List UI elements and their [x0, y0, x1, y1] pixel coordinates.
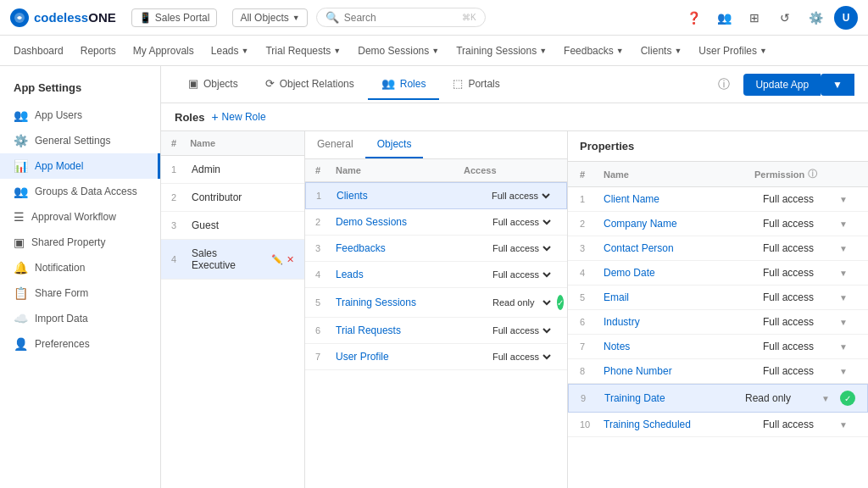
prop-phone-number[interactable]: 8 Phone Number Full access ▼: [568, 359, 868, 384]
tab-portals[interactable]: ⬚ Portals: [439, 69, 513, 100]
roles-area: Roles + New Role # Name 1 Admin: [161, 103, 868, 488]
role-admin[interactable]: 1 Admin: [161, 156, 304, 184]
obj-col-num: #: [315, 165, 336, 175]
update-app-button[interactable]: Update App: [743, 74, 821, 96]
role-num-2: 2: [171, 192, 183, 202]
nav-clients[interactable]: Clients ▼: [641, 45, 682, 57]
object-clients[interactable]: 1 Clients Full access Read only No acces…: [305, 182, 567, 209]
object-leads[interactable]: 4 Leads Full access Read only No access: [305, 262, 567, 288]
obj-name-feedbacks: Feedbacks: [336, 242, 489, 254]
properties-header: Properties: [568, 131, 868, 162]
settings-icon[interactable]: ⚙️: [804, 6, 827, 30]
objects-subtab-objects[interactable]: Objects: [365, 131, 424, 158]
avatar[interactable]: U: [834, 6, 858, 30]
prop-client-name[interactable]: 1 Client Name Full access ▼: [568, 187, 868, 212]
sidebar-item-general-settings[interactable]: ⚙️ General Settings: [0, 128, 160, 153]
grid-icon[interactable]: ⊞: [743, 6, 766, 30]
obj-access-select-training[interactable]: Full access Read only No access: [489, 297, 554, 308]
sidebar-item-app-users[interactable]: 👥 App Users: [0, 103, 160, 128]
prop-training-date[interactable]: 9 Training Date Read only ▼ ✓: [568, 384, 868, 413]
obj-access-select-clients[interactable]: Full access Read only No access: [488, 190, 553, 202]
prop-company-name[interactable]: 2 Company Name Full access ▼: [568, 212, 868, 236]
prop-name-client-name: Client Name: [604, 193, 763, 205]
help-icon-tabs[interactable]: ⓘ: [718, 77, 730, 92]
obj-access-select-feedbacks[interactable]: Full access Read only No access: [489, 242, 554, 254]
logo[interactable]: codelessONE: [10, 8, 116, 27]
tab-roles-label: Roles: [400, 78, 426, 90]
nav-trial-requests[interactable]: Trial Requests ▼: [265, 45, 341, 57]
obj-num-7: 7: [315, 352, 336, 362]
obj-access-select-demo[interactable]: Full access Read only No access: [489, 216, 554, 228]
role-name-admin: Admin: [192, 164, 294, 175]
object-training-sessions[interactable]: 5 Training Sessions Full access Read onl…: [305, 288, 567, 318]
new-role-label: New Role: [222, 111, 266, 123]
app-badge[interactable]: 📱 Sales Portal: [131, 8, 218, 27]
sidebar-item-shared-property[interactable]: ▣ Shared Property: [0, 230, 160, 255]
object-demo-sessions[interactable]: 2 Demo Sessions Full access Read only No…: [305, 209, 567, 236]
obj-num-2: 2: [315, 217, 336, 227]
sidebar-label-preferences: Preferences: [35, 338, 90, 350]
roles-list-panel: # Name 1 Admin 2 Contributor 3 Guest: [161, 131, 305, 488]
sidebar-label-app-users: App Users: [35, 109, 82, 121]
prop-demo-date[interactable]: 4 Demo Date Full access ▼: [568, 261, 868, 286]
tab-objects[interactable]: ▣ Objects: [175, 69, 252, 100]
sidebar-item-approval-workflow[interactable]: ☰ Approval Workflow: [0, 204, 160, 230]
portals-tab-icon: ⬚: [453, 77, 463, 90]
nav-user-profiles[interactable]: User Profiles ▼: [698, 45, 767, 57]
prop-notes[interactable]: 7 Notes Full access ▼: [568, 335, 868, 359]
nav-feedbacks[interactable]: Feedbacks ▼: [564, 45, 624, 57]
all-objects-label: All Objects: [240, 12, 288, 24]
obj-access-select-leads[interactable]: Full access Read only No access: [489, 269, 554, 280]
tab-roles[interactable]: 👥 Roles: [368, 69, 440, 100]
portal-name: Sales Portal: [155, 12, 210, 24]
help-icon[interactable]: ❓: [682, 6, 705, 30]
nav-dashboard[interactable]: Dashboard: [14, 45, 64, 57]
sidebar-item-preferences[interactable]: 👤 Preferences: [0, 331, 160, 357]
search-bar[interactable]: 🔍 ⌘K: [316, 8, 486, 27]
objects-subtab-general[interactable]: General: [305, 131, 365, 158]
nav-leads[interactable]: Leads ▼: [211, 45, 249, 57]
role-contributor[interactable]: 2 Contributor: [161, 184, 304, 212]
share-form-icon: 📋: [14, 286, 28, 300]
object-user-profile[interactable]: 7 User Profile Full access Read only No …: [305, 344, 567, 370]
prop-arrow-9: ▼: [821, 394, 838, 403]
all-objects-btn[interactable]: All Objects ▼: [232, 8, 307, 27]
obj-access-select-trial[interactable]: Full access Read only No access: [489, 324, 554, 336]
nav-approvals[interactable]: My Approvals: [133, 45, 194, 57]
object-feedbacks[interactable]: 3 Feedbacks Full access Read only No acc…: [305, 236, 567, 262]
prop-name-notes: Notes: [604, 341, 763, 352]
update-app-btn-group: Update App ▼: [743, 74, 854, 96]
users-icon[interactable]: 👥: [712, 6, 736, 30]
search-input[interactable]: [344, 12, 457, 24]
obj-name-leads: Leads: [336, 269, 489, 280]
role-sales-executive[interactable]: 4 Sales Executive ✏️ ✕: [161, 240, 304, 280]
nav-reports[interactable]: Reports: [81, 45, 116, 57]
obj-access-select-user-profile[interactable]: Full access Read only No access: [489, 351, 554, 363]
prop-email[interactable]: 5 Email Full access ▼: [568, 286, 868, 310]
prop-name-email: Email: [604, 291, 763, 303]
sidebar-item-notification[interactable]: 🔔 Notification: [0, 255, 160, 280]
refresh-icon[interactable]: ↺: [773, 6, 797, 30]
sidebar-item-import-data[interactable]: ☁️ Import Data: [0, 306, 160, 331]
role-delete-icon[interactable]: ✕: [287, 254, 294, 265]
obj-access-trial: Full access Read only No access: [489, 324, 557, 336]
nav-training-sessions[interactable]: Training Sessions ▼: [456, 45, 547, 57]
nav-demo-sessions[interactable]: Demo Sessions ▼: [358, 45, 439, 57]
prop-contact-person[interactable]: 3 Contact Person Full access ▼: [568, 236, 868, 261]
sidebar-item-groups-data[interactable]: 👥 Groups & Data Access: [0, 179, 160, 204]
role-edit-icon[interactable]: ✏️: [271, 254, 283, 265]
prop-training-scheduled[interactable]: 10 Training Scheduled Full access ▼: [568, 413, 868, 437]
prop-industry[interactable]: 6 Industry Full access ▼: [568, 310, 868, 335]
logo-text: codelessONE: [34, 10, 116, 25]
perm-info-icon[interactable]: ⓘ: [808, 168, 817, 180]
object-trial-requests[interactable]: 6 Trial Requests Full access Read only N…: [305, 318, 567, 344]
prop-name-industry: Industry: [604, 316, 763, 328]
update-app-dropdown[interactable]: ▼: [821, 74, 854, 96]
sidebar-item-app-model[interactable]: 📊 App Model: [0, 153, 160, 179]
obj-num-4: 4: [315, 269, 336, 280]
obj-col-access: Access: [464, 165, 557, 175]
new-role-button[interactable]: + New Role: [211, 110, 265, 124]
tab-object-relations[interactable]: ⟳ Object Relations: [252, 69, 368, 100]
sidebar-item-share-form[interactable]: 📋 Share Form: [0, 280, 160, 306]
role-guest[interactable]: 3 Guest: [161, 212, 304, 240]
